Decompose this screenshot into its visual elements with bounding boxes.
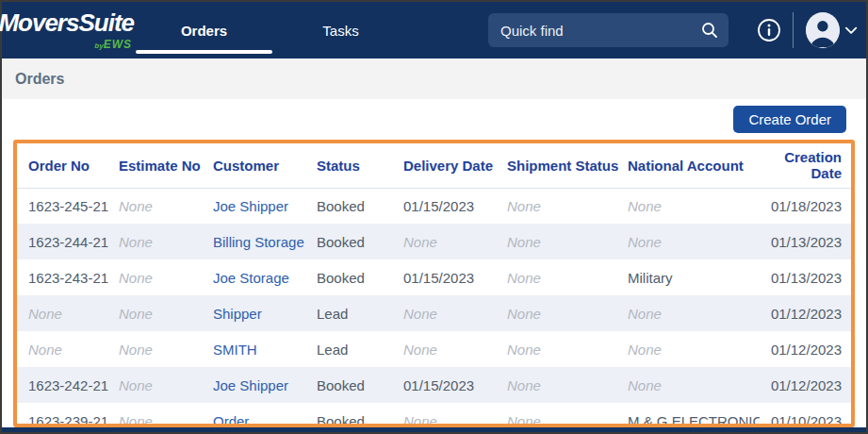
- cell-delivery-date: 01/15/2023: [403, 259, 507, 295]
- col-header-national-account[interactable]: National Account: [628, 143, 760, 188]
- cell-estimate-no: None: [119, 295, 213, 331]
- logo-by-text: by: [94, 42, 103, 50]
- cell-delivery-date: 01/15/2023: [403, 367, 507, 403]
- cell-order-no: 1623-243-21: [17, 259, 119, 295]
- cell-status: Booked: [317, 367, 403, 403]
- tab-tasks[interactable]: Tasks: [272, 2, 409, 58]
- cell-creation-date: 01/12/2023: [760, 331, 851, 367]
- cell-estimate-no: None: [119, 367, 213, 403]
- cell-order-no: None: [17, 295, 119, 331]
- cell-shipment-status: None: [507, 224, 628, 259]
- cell-delivery-date: None: [403, 331, 507, 367]
- cell-customer-link[interactable]: SMITH: [213, 331, 317, 367]
- page-title: Orders: [15, 71, 64, 88]
- col-header-shipment-status[interactable]: Shipment Status: [507, 143, 628, 188]
- cell-delivery-date: None: [403, 224, 507, 259]
- cell-national-account: M & G ELECTRONICS: [628, 403, 760, 427]
- col-header-creation-date[interactable]: Creation Date: [760, 143, 851, 188]
- cell-creation-date: 01/13/2023: [760, 224, 851, 259]
- main-tabs: Orders Tasks: [136, 2, 409, 58]
- cell-customer-link[interactable]: Joe Storage: [213, 259, 317, 295]
- search-icon[interactable]: [700, 21, 719, 40]
- cell-customer-link[interactable]: Joe Shipper: [213, 188, 317, 224]
- table-row[interactable]: 1623-242-21 None Joe Shipper Booked 01/1…: [17, 367, 851, 403]
- cell-status: Lead: [317, 331, 403, 367]
- info-button[interactable]: [757, 18, 781, 42]
- cell-delivery-date: None: [403, 403, 507, 427]
- cell-estimate-no: None: [119, 403, 213, 427]
- logo-ews-text: EWS: [104, 38, 132, 51]
- cell-estimate-no: None: [119, 331, 213, 367]
- cell-national-account: Military: [628, 259, 760, 295]
- user-avatar[interactable]: [806, 12, 840, 48]
- cell-order-no: 1623-239-21: [17, 403, 119, 427]
- logo-byline: byEWS: [94, 36, 132, 51]
- quick-find-search[interactable]: [488, 13, 729, 47]
- orders-table: Order No Estimate No Customer Status Del…: [17, 143, 851, 427]
- table-header-row: Order No Estimate No Customer Status Del…: [17, 143, 851, 188]
- cell-estimate-no: None: [119, 224, 213, 259]
- cell-order-no: None: [17, 331, 119, 367]
- cell-customer-link[interactable]: Billing Storage: [213, 224, 317, 259]
- cell-status: Lead: [317, 295, 403, 331]
- search-input[interactable]: [500, 23, 700, 39]
- cell-creation-date: 01/10/2023: [760, 403, 851, 427]
- table-row[interactable]: None None SMITH Lead None None None 01/1…: [17, 331, 851, 367]
- cell-national-account: None: [628, 224, 760, 259]
- col-header-estimate-no[interactable]: Estimate No: [119, 143, 213, 188]
- cell-shipment-status: None: [507, 188, 628, 224]
- col-header-customer[interactable]: Customer: [213, 143, 317, 188]
- cell-shipment-status: None: [507, 403, 628, 427]
- cell-estimate-no: None: [119, 259, 213, 295]
- cell-creation-date: 01/12/2023: [760, 295, 851, 331]
- cell-customer-link[interactable]: Joe Shipper: [213, 367, 317, 403]
- cell-creation-date: 01/12/2023: [760, 367, 851, 403]
- create-order-button[interactable]: Create Order: [733, 106, 846, 133]
- col-header-status[interactable]: Status: [317, 143, 403, 188]
- table-row[interactable]: 1623-239-21 None Order Booked None None …: [17, 403, 851, 427]
- cell-national-account: None: [628, 331, 760, 367]
- cell-shipment-status: None: [507, 331, 628, 367]
- cell-national-account: None: [628, 367, 760, 403]
- table-row[interactable]: 1623-245-21 None Joe Shipper Booked 01/1…: [17, 188, 851, 224]
- cell-status: Booked: [317, 403, 403, 427]
- tab-orders-label: Orders: [181, 23, 227, 39]
- page-header: Orders: [2, 58, 866, 99]
- cell-customer-link[interactable]: Shipper: [213, 295, 317, 331]
- cell-delivery-date: None: [403, 295, 507, 331]
- top-nav-bar: MoversSuite byEWS Orders Tasks: [2, 2, 866, 58]
- cell-creation-date: 01/13/2023: [760, 259, 851, 295]
- topbar-divider: [793, 12, 794, 48]
- cell-status: Booked: [317, 224, 403, 259]
- cell-creation-date: 01/18/2023: [760, 188, 851, 224]
- chevron-down-icon[interactable]: [844, 25, 858, 35]
- col-header-order-no[interactable]: Order No: [17, 143, 119, 188]
- active-tab-indicator: [136, 50, 272, 54]
- cell-national-account: None: [628, 295, 760, 331]
- table-row[interactable]: 1623-243-21 None Joe Storage Booked 01/1…: [17, 259, 851, 295]
- tab-orders[interactable]: Orders: [136, 2, 272, 58]
- cell-shipment-status: None: [507, 259, 628, 295]
- orders-table-body: 1623-245-21 None Joe Shipper Booked 01/1…: [17, 188, 851, 427]
- cell-shipment-status: None: [507, 367, 628, 403]
- cell-shipment-status: None: [507, 295, 628, 331]
- table-row[interactable]: 1623-244-21 None Billing Storage Booked …: [17, 224, 851, 259]
- user-icon: [806, 12, 840, 48]
- app-logo: MoversSuite byEWS: [11, 10, 134, 51]
- table-row[interactable]: None None Shipper Lead None None None 01…: [17, 295, 851, 331]
- tab-tasks-label: Tasks: [322, 23, 358, 39]
- content-area: Create Order Order No Estimate No Custom…: [2, 99, 866, 427]
- col-header-delivery-date[interactable]: Delivery Date: [403, 143, 507, 188]
- app-window: MoversSuite byEWS Orders Tasks: [0, 0, 868, 434]
- cell-delivery-date: 01/15/2023: [403, 188, 507, 224]
- orders-table-container: Order No Estimate No Customer Status Del…: [13, 140, 855, 427]
- info-icon: [757, 18, 781, 42]
- bottom-strip: [2, 427, 866, 432]
- cell-order-no: 1623-244-21: [17, 224, 119, 259]
- cell-status: Booked: [317, 259, 403, 295]
- cell-order-no: 1623-245-21: [17, 188, 119, 224]
- cell-customer-link[interactable]: Order: [213, 403, 317, 427]
- cell-national-account: None: [628, 188, 760, 224]
- cell-estimate-no: None: [119, 188, 213, 224]
- cell-status: Booked: [317, 188, 403, 224]
